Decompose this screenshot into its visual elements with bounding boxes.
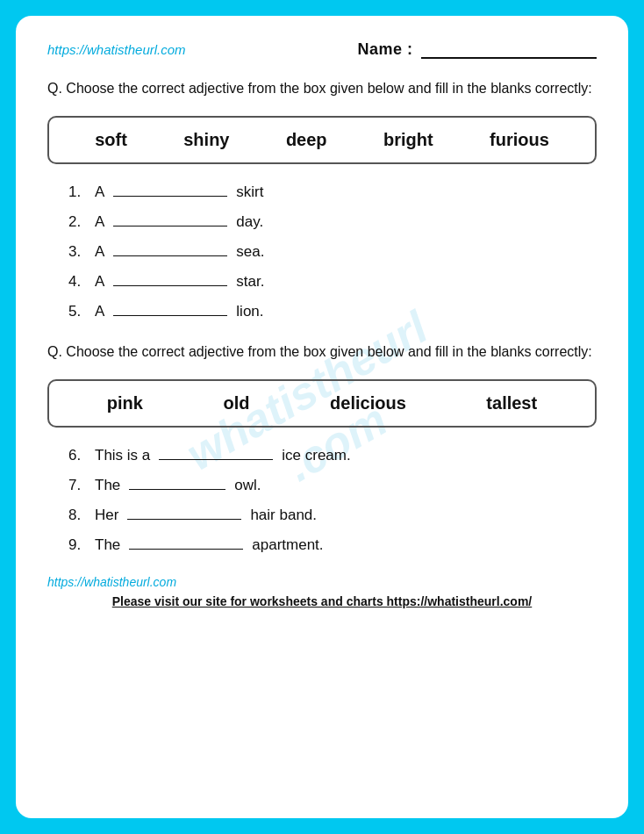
blank-6 bbox=[159, 459, 273, 460]
blank-1 bbox=[113, 196, 227, 197]
list-item: 2. A day. bbox=[68, 213, 597, 231]
word-tallest: tallest bbox=[486, 393, 537, 413]
word-box-1: soft shiny deep bright furious bbox=[47, 116, 597, 164]
blank-5 bbox=[113, 315, 227, 316]
list-item: 4. A star. bbox=[68, 273, 597, 291]
name-field: Name : bbox=[357, 40, 597, 59]
fill-list-1: 1. A skirt 2. A day. 3. A sea. bbox=[47, 183, 597, 320]
question-1-block: Q. Choose the correct adjective from the… bbox=[47, 78, 597, 320]
word-bright: bright bbox=[383, 130, 433, 150]
list-item: 9. The apartment. bbox=[68, 536, 597, 554]
word-pink: pink bbox=[107, 393, 143, 413]
list-item: 8. Her hair band. bbox=[68, 507, 597, 524]
blank-4 bbox=[113, 285, 227, 286]
blank-3 bbox=[113, 255, 227, 256]
question-2-text: Q. Choose the correct adjective from the… bbox=[47, 342, 597, 363]
word-furious: furious bbox=[490, 130, 549, 150]
list-item: 5. A lion. bbox=[68, 303, 597, 320]
list-item: 1. A skirt bbox=[68, 183, 597, 201]
blank-8 bbox=[127, 519, 241, 520]
question-2-block: Q. Choose the correct adjective from the… bbox=[47, 342, 597, 554]
list-item: 3. A sea. bbox=[68, 243, 597, 261]
header-url: https://whatistheurl.com bbox=[47, 42, 186, 57]
word-delicious: delicious bbox=[330, 393, 406, 413]
blank-7 bbox=[129, 489, 225, 490]
header-row: https://whatistheurl.com Name : bbox=[47, 40, 597, 59]
footer-visit: Please visit our site for worksheets and… bbox=[47, 594, 597, 608]
word-box-2: pink old delicious tallest bbox=[47, 379, 597, 428]
footer-url: https://whatistheurl.com bbox=[47, 575, 597, 589]
blank-2 bbox=[113, 226, 227, 226]
blank-9 bbox=[129, 549, 243, 550]
fill-list-2: 6. This is a ice cream. 7. The owl. 8. H… bbox=[47, 447, 597, 554]
list-item: 7. The owl. bbox=[68, 477, 597, 494]
word-soft: soft bbox=[95, 130, 127, 150]
word-shiny: shiny bbox=[183, 130, 229, 150]
name-underline bbox=[421, 57, 597, 59]
question-1-text: Q. Choose the correct adjective from the… bbox=[47, 78, 597, 100]
word-old: old bbox=[223, 393, 249, 413]
list-item: 6. This is a ice cream. bbox=[68, 447, 597, 464]
word-deep: deep bbox=[286, 130, 327, 150]
